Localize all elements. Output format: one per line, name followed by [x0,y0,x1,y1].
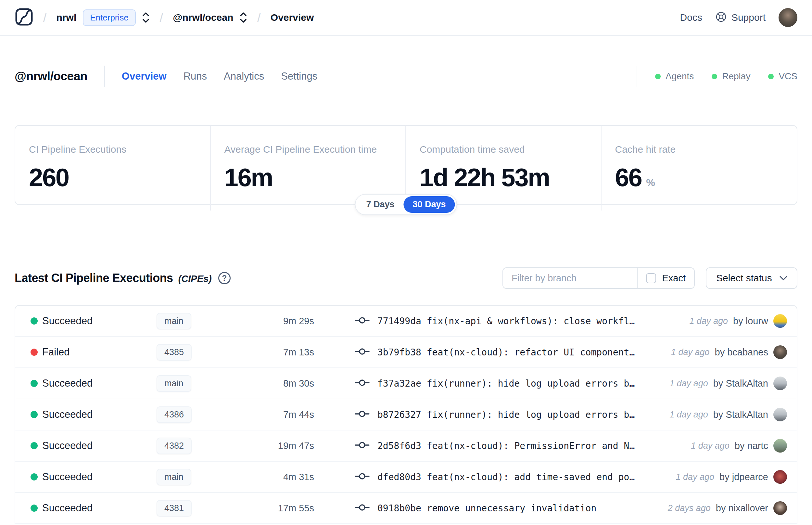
status-indicator[interactable]: Replay [711,71,750,81]
green-dot-icon [655,74,661,79]
tab[interactable]: Runs [184,71,207,82]
branch-cell: main [156,375,221,392]
stat-card: Cache hit rate 66 % [601,126,797,211]
commit-cell[interactable]: 0918b0be remove unnecessary invalidation [355,503,668,514]
git-commit-icon [355,503,370,513]
commit-cell[interactable]: 771499da fix(nx-api & workflows): close … [355,316,689,327]
section-title-suffix: (CIPEs) [178,273,212,284]
status-label: Succeeded [42,315,156,327]
status-indicator[interactable]: Agents [655,71,694,81]
timestamp: 1 day ago [670,378,708,389]
stat-value: 66 % [615,163,783,192]
tab[interactable]: Analytics [224,71,264,82]
tab[interactable]: Settings [281,71,317,82]
commit-cell[interactable]: 3b79fb38 feat(nx-cloud): refactor UI com… [355,347,671,358]
org-switcher-chevron-icon[interactable] [142,11,150,24]
status-select[interactable]: Select status [706,267,797,289]
table-row[interactable]: Succeeded 4386 7m 44s b8726327 fix(runne… [15,399,797,431]
timestamp: 1 day ago [691,441,730,451]
table-row[interactable]: Succeeded 4381 17m 55s 0918b0be remove u… [15,493,797,524]
duration-label: 19m 47s [278,440,314,451]
stat-label: CI Pipeline Executions [29,144,197,155]
row-meta: 1 day ago by nartc [691,439,787,452]
stat-label: Average CI Pipeline Execution time [225,144,392,155]
workspace-header: @nrwl/ocean Overview Runs Analytics Sett… [0,63,812,89]
status-dot-icon [31,505,38,512]
period-option-30-days[interactable]: 30 Days [403,196,455,213]
stat-label: Cache hit rate [615,144,783,155]
enterprise-badge[interactable]: Enterprise [83,10,136,26]
branch-badge[interactable]: 4381 [156,500,191,516]
commit-cell[interactable]: b8726327 fix(runner): hide log upload er… [355,409,670,420]
table-row[interactable]: Failed 4385 7m 13s 3b79fb38 feat(nx-clou… [15,337,797,368]
stat-label: Computation time saved [420,144,587,155]
branch-cell: main [156,313,221,329]
green-dot-icon [768,74,774,79]
workspace-tabs: Overview Runs Analytics Settings [122,71,317,82]
commit-cell[interactable]: dfed80d3 feat(nx-cloud): add time-saved … [355,472,676,482]
commit-message: 3b79fb38 feat(nx-cloud): refactor UI com… [378,347,635,358]
top-navbar: / nrwl Enterprise / @nrwl/ocean / Overvi… [0,0,812,36]
branch-cell: 4385 [156,344,221,361]
row-meta: 1 day ago by StalkAltan [670,408,787,421]
author-label: by jdpearce [719,472,768,482]
duration-label: 4m 31s [283,472,314,482]
workspace-status-indicators: Agents Replay VCS [637,65,797,87]
status-indicator[interactable]: VCS [768,71,797,81]
table-row[interactable]: Succeeded main 8m 30s f37a32ae fix(runne… [15,368,797,399]
period-option-7-days[interactable]: 7 Days [357,196,403,213]
table-row[interactable]: Succeeded main 4m 31s dfed80d3 feat(nx-c… [15,462,797,493]
workspace-switcher-chevron-icon[interactable] [239,11,247,24]
git-commit-icon [355,441,370,451]
commit-message: 0918b0be remove unnecessary invalidation [378,503,596,514]
status-dot-icon [31,473,38,480]
table-row[interactable]: Succeeded main 9m 29s 771499da fix(nx-ap… [15,306,797,337]
branch-badge[interactable]: 4386 [156,406,191,423]
branch-badge[interactable]: main [156,375,191,392]
branch-filter-group: Exact [503,267,695,289]
commit-cell[interactable]: f37a32ae fix(runner): hide log upload er… [355,378,670,389]
row-meta: 1 day ago by StalkAltan [670,376,787,390]
stat-card: CI Pipeline Executions 260 [15,126,211,211]
branch-cell: 4382 [156,438,221,454]
commit-message: 771499da fix(nx-api & workflows): close … [378,316,635,327]
branch-badge[interactable]: main [156,469,191,485]
branch-badge[interactable]: 4385 [156,344,191,361]
duration-label: 7m 13s [283,347,314,358]
author-label: by nartc [735,440,768,451]
branch-badge[interactable]: 4382 [156,438,191,454]
indicator-list: Agents Replay VCS [655,71,797,81]
green-dot-icon [711,74,717,79]
author-label: by bcabanes [715,347,768,358]
commit-cell[interactable]: 2d58f6d3 feat(nx-cloud): PermissionError… [355,440,691,451]
status-label: Succeeded [42,502,156,514]
breadcrumb-workspace[interactable]: @nrwl/ocean [173,12,233,23]
timestamp: 1 day ago [676,472,714,482]
avatar [773,376,787,390]
avatar [773,408,787,421]
author-label: by StalkAltan [713,409,768,420]
divider [637,65,637,87]
author-label: by StalkAltan [713,378,768,389]
breadcrumb: / nrwl Enterprise / @nrwl/ocean / Overvi… [15,7,314,28]
help-icon[interactable]: ? [218,272,231,284]
branch-badge[interactable]: main [156,313,191,329]
table-row[interactable]: Succeeded 4382 19m 47s 2d58f6d3 feat(nx-… [15,431,797,462]
exact-checkbox[interactable] [646,273,656,283]
docs-link[interactable]: Docs [680,12,702,23]
support-link[interactable]: Support [715,11,766,24]
workspace-title: @nrwl/ocean [15,70,87,83]
author-label: by lourw [733,316,768,327]
stat-value: 16m [225,163,392,192]
git-commit-icon [355,316,370,326]
tab[interactable]: Overview [122,71,167,82]
timestamp: 1 day ago [689,316,728,326]
stats-card-row: CI Pipeline Executions 260 Average CI Pi… [15,125,797,205]
nx-cloud-logo-icon[interactable] [15,7,33,28]
breadcrumb-org[interactable]: nrwl [57,12,77,23]
cipe-table: Succeeded main 9m 29s 771499da fix(nx-ap… [15,305,797,524]
status-label: Succeeded [42,409,156,420]
branch-filter-input[interactable] [503,268,637,288]
author-label: by nixallover [716,503,768,514]
user-avatar[interactable] [779,8,797,27]
